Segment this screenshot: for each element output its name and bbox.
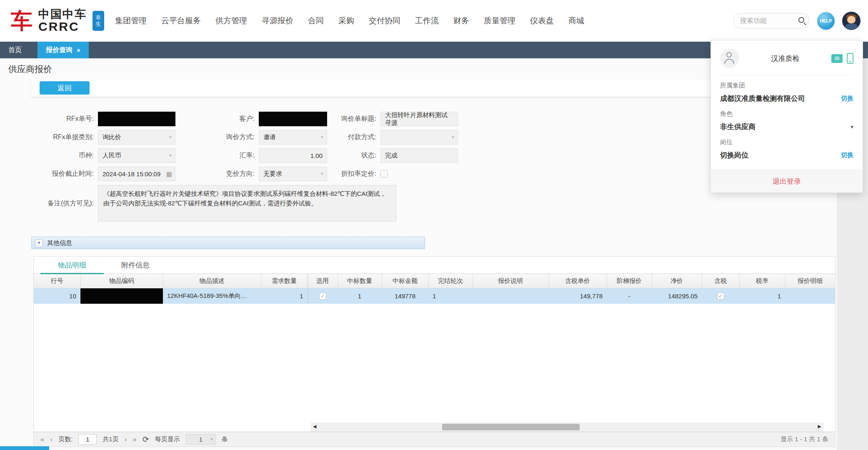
scroll-left-icon[interactable]: ◀: [313, 424, 316, 429]
rfx-type-select[interactable]: 询比价 ▾: [98, 130, 175, 145]
app: 车 中国中车 CRRC 非 生 集团管理 云平台服务 供方管理 寻源报价 合同 …: [0, 0, 868, 450]
close-icon[interactable]: ×: [77, 47, 80, 54]
col-tax-unit-price[interactable]: 含税单价: [548, 274, 607, 288]
currency-select[interactable]: 人民币 ▾: [98, 148, 175, 163]
brand-name-en: CRRC: [38, 20, 87, 33]
col-award-amount[interactable]: 中标金额: [382, 274, 428, 288]
tab-quote-query[interactable]: 报价查询 ×: [38, 42, 89, 58]
nav-item-sourcing-quote[interactable]: 寻源报价: [262, 15, 293, 26]
chevron-down-icon: ▾: [452, 134, 454, 140]
scroll-right-icon[interactable]: ▶: [818, 424, 821, 429]
rate-value: 1.00: [310, 152, 323, 159]
cell-item-desc: 12KHF40A-5189-35%单向…: [163, 288, 261, 304]
nav-item-dashboard[interactable]: 仪表盘: [530, 15, 554, 26]
scrollbar-thumb[interactable]: [442, 424, 580, 430]
switch-post-link[interactable]: 切换: [841, 151, 853, 159]
form-row-3: 币种: 人民币 ▾ 汇率: 1.00 状态: 完成: [35, 148, 458, 163]
deadline-value: 2024-04-18 15:00:09: [103, 170, 160, 178]
nav-item-workflow[interactable]: 工作流: [415, 15, 439, 26]
tab-attachment-info[interactable]: 附件信息: [104, 257, 167, 273]
tab-home[interactable]: 首页: [0, 42, 30, 58]
user-dropdown-panel: 汉准质检 ✉ 所属集团 成都汉准质量检测有限公司 切换 角色 非生供应商 ▾ 岗…: [710, 40, 863, 193]
nav-item-finance[interactable]: 财务: [453, 15, 469, 26]
col-quote-note[interactable]: 报价说明: [473, 274, 548, 288]
role-caret-down-icon[interactable]: ▾: [850, 124, 853, 130]
last-page-icon[interactable]: »: [133, 436, 136, 443]
other-info-bar[interactable]: ▼ 其他信息: [31, 237, 425, 249]
switch-group-link[interactable]: 切换: [841, 95, 853, 102]
items-table: 行号 物品编码 物品描述 需求数量 选用 中标数量 中标金额 完结轮次 报价说明…: [34, 274, 835, 304]
col-net-price[interactable]: 净价: [652, 274, 702, 288]
customer-field-redacted[interactable]: [259, 112, 327, 126]
mail-icon[interactable]: ✉: [831, 54, 843, 63]
refresh-icon[interactable]: ⟳: [143, 435, 149, 443]
detail-card: 物品明细 附件信息 行号 物品编码 物品描述 需求数量 选用: [33, 256, 835, 447]
next-page-icon[interactable]: ›: [125, 436, 127, 443]
prev-page-icon[interactable]: ‹: [50, 436, 53, 443]
remark-textarea[interactable]: 《超高空长航时飞行器叶片关键技术研究》项目协议要求测试系列碳纤维复合材料-82℃…: [98, 185, 396, 222]
cell-award-qty: 1: [338, 288, 382, 304]
table-row[interactable]: 10 12KHF40A-5189-35%单向… 1 ✓ 1 149778 1 1…: [34, 288, 835, 304]
avatar[interactable]: [842, 12, 860, 30]
form-row-2: RFx单据类别: 询比价 ▾ 询价方式: 邀请 ▾ 付款方式: ▾: [35, 130, 458, 145]
tab-item-detail[interactable]: 物品明细: [40, 257, 104, 273]
col-demand-qty[interactable]: 需求数量: [261, 274, 308, 288]
tab-quote-query-label: 报价查询: [46, 46, 73, 55]
tax-included-checkbox[interactable]: ✓: [717, 292, 724, 300]
col-tax-included[interactable]: 含税: [702, 274, 739, 288]
rfx-no-field-redacted[interactable]: [98, 112, 175, 126]
rate-field[interactable]: 1.00: [259, 148, 327, 163]
back-button[interactable]: 返回: [40, 81, 90, 95]
inquiry-method-select[interactable]: 邀请 ▾: [259, 130, 327, 145]
row-selected-checkbox[interactable]: ✓: [319, 292, 326, 300]
help-button[interactable]: HELP: [817, 12, 835, 30]
col-item-desc[interactable]: 物品描述: [163, 274, 261, 288]
col-award-qty[interactable]: 中标数量: [338, 274, 382, 288]
inquiry-title-value: 大扭转叶片原材料测试寻源: [385, 111, 453, 127]
nav-item-quality[interactable]: 质量管理: [484, 15, 515, 26]
nav-item-delivery[interactable]: 交付协同: [369, 15, 400, 26]
search-input[interactable]: [740, 17, 793, 25]
currency-value: 人民币: [103, 152, 121, 160]
nav-item-cloud-platform[interactable]: 云平台服务: [161, 15, 201, 26]
col-item-code[interactable]: 物品编码: [80, 274, 163, 288]
nav-item-procurement[interactable]: 采购: [338, 15, 354, 26]
col-tax-rate[interactable]: 税率: [739, 274, 785, 288]
collapse-icon[interactable]: ▼: [35, 239, 43, 247]
deadline-field[interactable]: 2024-04-18 15:00:09 ▦: [98, 167, 175, 181]
logo-text: 中国中车 CRRC: [38, 8, 87, 33]
logout-button[interactable]: 退出登录: [773, 177, 801, 186]
cell-tax-rate: 1: [739, 288, 785, 304]
avatar-face: [847, 16, 855, 23]
page-number-input[interactable]: [78, 434, 97, 445]
direction-label: 竞价方向:: [175, 170, 259, 178]
col-selected[interactable]: 选用: [308, 274, 338, 288]
nav-item-supplier-mgmt[interactable]: 供方管理: [215, 15, 247, 26]
payment-select[interactable]: ▾: [380, 130, 458, 145]
horizontal-scrollbar[interactable]: ◀ ▶: [311, 422, 823, 432]
col-tier-quote[interactable]: 阶梯报价: [607, 274, 652, 288]
rfx-type-label: RFx单据类别:: [35, 133, 98, 142]
phone-icon[interactable]: [847, 53, 853, 64]
group-label: 所属集团: [720, 82, 853, 90]
first-page-icon[interactable]: «: [40, 436, 44, 443]
nav-item-contract[interactable]: 合同: [308, 15, 324, 26]
supplier-type-badge: 非 生: [93, 11, 104, 31]
inquiry-title-field[interactable]: 大扭转叶片原材料测试寻源: [380, 112, 458, 126]
chevron-down-icon: ▾: [321, 171, 323, 177]
calendar-icon[interactable]: ▦: [166, 171, 172, 177]
nav-item-group-mgmt[interactable]: 集团管理: [115, 15, 147, 26]
search-icon[interactable]: [798, 17, 804, 23]
nav-item-mall[interactable]: 商城: [568, 15, 584, 26]
col-final-round[interactable]: 完结轮次: [428, 274, 473, 288]
rfx-type-value: 询比价: [103, 133, 121, 141]
direction-select[interactable]: 无要求 ▾: [259, 167, 327, 181]
cell-tier-quote: -: [607, 288, 652, 304]
col-line-no[interactable]: 行号: [34, 274, 80, 288]
status-field[interactable]: 完成: [380, 148, 458, 163]
col-quote-detail[interactable]: 报价明细: [785, 274, 835, 288]
per-page-select[interactable]: 1 ▾: [186, 434, 216, 445]
post-label: 岗位: [720, 138, 853, 146]
pagination-summary: 显示 1 - 1 共 1 条: [780, 435, 828, 443]
discount-checkbox[interactable]: ✓: [380, 170, 388, 178]
